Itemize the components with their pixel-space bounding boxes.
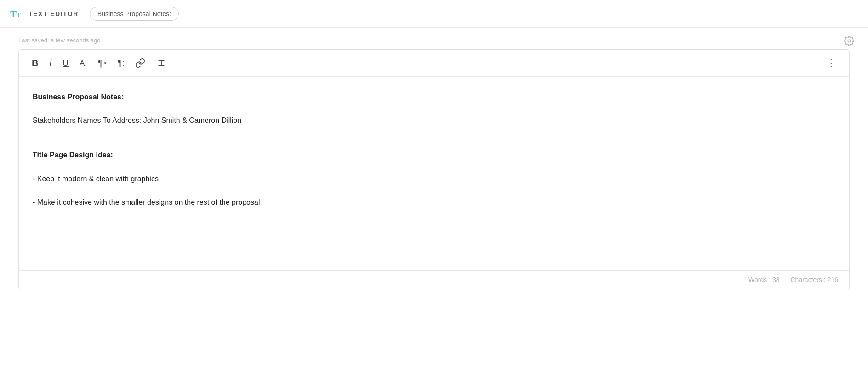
content-line-4: - Keep it modern & clean with graphics [33, 173, 835, 185]
link-button[interactable] [131, 56, 149, 70]
content-spacer-1 [33, 103, 835, 114]
content-line-5: - Make it cohesive with the smaller desi… [33, 196, 835, 208]
svg-text:T: T [17, 12, 21, 19]
content-spacer-2 [33, 127, 835, 138]
char-count: Characters : 216 [791, 276, 839, 283]
document-tab[interactable]: Business Proposal Notes: [90, 7, 179, 21]
app-logo: T T TEXT EDITOR [9, 6, 79, 21]
paragraph-style-button[interactable]: ¶ ▾ [94, 57, 110, 69]
insert-button[interactable] [153, 56, 170, 70]
content-spacer-4 [33, 162, 835, 173]
content-spacer-3 [33, 138, 835, 149]
content-spacer-5 [33, 185, 835, 196]
editor-container: B i U A: ¶ ▾ ¶: [18, 49, 850, 289]
content-line-1: Business Proposal Notes: [33, 91, 835, 103]
word-count: Words : 38 [748, 276, 779, 283]
main-content: Last saved: a few seconds ago B i U A: ¶… [0, 28, 868, 299]
editor-content-area[interactable]: Business Proposal Notes: Stakeholders Na… [19, 77, 849, 270]
underline-button[interactable]: U [59, 57, 72, 69]
paragraph-indent-button[interactable]: ¶: [114, 57, 128, 69]
app-title: TEXT EDITOR [29, 10, 79, 17]
editor-toolbar: B i U A: ¶ ▾ ¶: [19, 50, 849, 77]
app-header: T T TEXT EDITOR Business Proposal Notes: [0, 0, 868, 28]
svg-text:T: T [10, 8, 17, 20]
content-line-3: Title Page Design Idea: [33, 149, 835, 161]
italic-button[interactable]: i [46, 57, 55, 69]
content-line-2: Stakeholders Names To Address: John Smit… [33, 114, 835, 127]
bold-button[interactable]: B [28, 57, 42, 69]
gear-icon [844, 36, 854, 46]
font-size-button[interactable]: A: [76, 58, 91, 69]
app-logo-icon: T T [9, 6, 24, 21]
more-options-button[interactable]: ⋮ [822, 56, 840, 70]
svg-point-2 [848, 40, 851, 42]
link-icon [135, 58, 145, 68]
save-status: Last saved: a few seconds ago [18, 37, 850, 44]
insert-icon [156, 58, 166, 68]
editor-footer: Words : 38 Characters : 216 [19, 270, 849, 289]
settings-button[interactable] [844, 36, 854, 48]
